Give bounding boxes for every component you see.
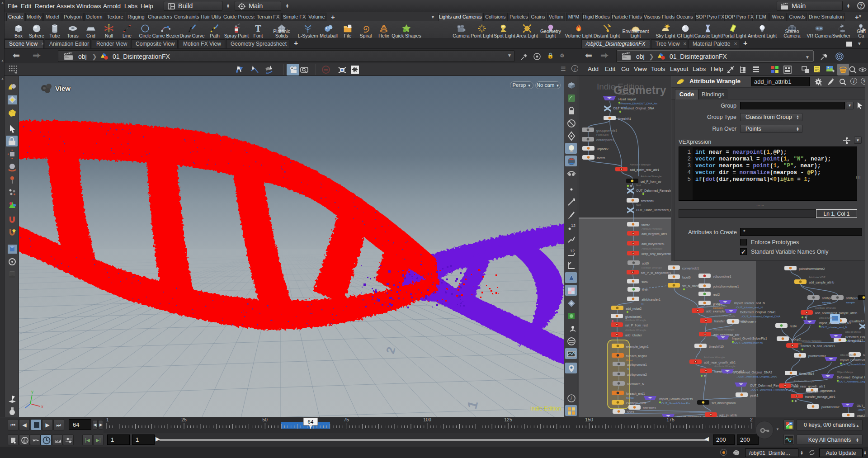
- svg-text:View: View: [55, 85, 71, 92]
- svg-text:Import_GrowthSolverPts2: Import_GrowthSolverPts2: [840, 359, 868, 362]
- svg-text:2: 2: [750, 417, 753, 422]
- svg-text:Import_GrowthSolverPts1: Import_GrowthSolverPts1: [732, 337, 767, 340]
- svg-text:Attribute Wrangle: Attribute Wrangle: [704, 356, 725, 359]
- svg-text:facet6: facet6: [682, 276, 691, 279]
- svg-text:rest4: rest4: [790, 325, 797, 328]
- svg-text:Import_GrowthSolverPts: Import_GrowthSolverPts: [659, 397, 693, 401]
- svg-text:example_begin1: example_begin1: [626, 345, 649, 349]
- svg-text:import_icluster_and_N1: import_icluster_and_N1: [819, 321, 851, 325]
- svg-text:Attribute Wrangle: Attribute Wrangle: [805, 390, 826, 393]
- svg-text:set_disintegration: set_disintegration: [712, 401, 736, 405]
- svg-text:pointdeform2: pointdeform2: [821, 406, 840, 409]
- svg-text:pointdeform1: pointdeform1: [808, 354, 826, 358]
- svg-text:extractpoint1: extractpoint1: [596, 138, 614, 142]
- svg-text:convertvdb1: convertvdb1: [682, 267, 699, 270]
- svg-text:peak1: peak1: [750, 394, 759, 397]
- svg-text:add_near_growth_attr1: add_near_growth_attr1: [704, 361, 736, 364]
- svg-text:rest2: rest2: [713, 293, 720, 296]
- svg-text:Attribute Wrangle: Attribute Wrangle: [713, 328, 735, 331]
- svg-text:Merge: Merge: [626, 396, 634, 399]
- svg-text:grouppromote1: grouppromote1: [596, 129, 617, 132]
- svg-text:100: 100: [423, 417, 431, 422]
- svg-text:../Preview_DNA/OUT_DNA_An: ../Preview_DNA/OUT_DNA_An: [618, 102, 658, 105]
- svg-text:add_icluster: add_icluster: [625, 334, 642, 337]
- svg-text:facet5: facet5: [597, 156, 605, 160]
- svg-text:Attribute Wrangle: Attribute Wrangle: [714, 365, 736, 368]
- svg-text:Null: Null: [636, 184, 641, 187]
- svg-text:pointsfromvolume1: pointsfromvolume1: [713, 285, 739, 288]
- svg-text:rest1: rest1: [642, 288, 649, 292]
- svg-text:Deformed_Original_DNA1: Deformed_Original_DNA1: [740, 311, 776, 314]
- svg-text:Attribute Wrangle: Attribute Wrangle: [815, 307, 836, 309]
- svg-text:timeshift12: timeshift12: [741, 321, 756, 324]
- svg-text:50: 50: [262, 417, 268, 422]
- svg-text:group2: group2: [791, 338, 801, 341]
- svg-text:set_P_to_barycenter1: set_P_to_barycenter1: [641, 271, 671, 275]
- svg-text:../OUT_Deformed_Remeshed_DNA: ../OUT_Deformed_Remeshed_DNA: [750, 388, 795, 391]
- svg-text:i: i: [571, 396, 572, 401]
- svg-text:example_end1: example_end1: [626, 401, 646, 405]
- svg-text:150: 150: [585, 417, 593, 422]
- svg-text:transfer_N_and_icluster1: transfer_N_and_icluster1: [801, 345, 835, 348]
- svg-text:add_near_growth_attr1: add_near_growth_attr1: [793, 385, 826, 388]
- svg-text:x: x: [41, 404, 43, 409]
- svg-text:Indie Edition: Indie Edition: [530, 406, 561, 412]
- svg-text:Null: Null: [636, 203, 641, 206]
- svg-text:y: y: [31, 389, 33, 394]
- svg-text:vdbcombine1: vdbcombine1: [713, 275, 731, 278]
- svg-text:add_barycenter1: add_barycenter1: [642, 242, 665, 246]
- svg-text:N: N: [627, 367, 629, 370]
- svg-text:Attribute Wrangle: Attribute Wrangle: [642, 227, 663, 230]
- svg-text:keep_only_barycenter1: keep_only_barycenter1: [642, 252, 674, 256]
- svg-text:N: N: [642, 302, 643, 305]
- svg-text:visualize10: visualize10: [849, 320, 864, 323]
- svg-text:Deformed_Original_Head1: Deformed_Original_Head1: [837, 376, 868, 379]
- svg-text:add_in_attrib: add_in_attrib: [719, 414, 737, 417]
- svg-text:add_sample_attrib: add_sample_attrib: [809, 281, 834, 284]
- svg-text:unpack2: unpack2: [597, 147, 609, 151]
- svg-text:Object Merge: Object Merge: [845, 331, 862, 333]
- svg-text:Attribute Wrangle: Attribute Wrangle: [625, 329, 646, 331]
- svg-text:../OUT_Animated_Original_DNA: ../OUT_Animated_Original_DNA: [837, 380, 868, 383]
- svg-text:attribpromote1: attribpromote1: [627, 363, 647, 367]
- svg-text:timeshift1: timeshift1: [618, 117, 631, 120]
- svg-text:sort2: sort2: [642, 280, 648, 283]
- svg-text:transfer_nonage_attr1: transfer_nonage_attr1: [805, 395, 835, 399]
- svg-text:timeshift14: timeshift14: [799, 372, 814, 375]
- svg-text:sort3: sort3: [627, 411, 634, 414]
- svg-text:sample: sample: [846, 301, 855, 304]
- svg-text:Attribute Wrangle: Attribute Wrangle: [625, 319, 646, 321]
- svg-text:gluecluster1: gluecluster1: [625, 315, 642, 319]
- svg-text:Point: Point: [626, 359, 632, 362]
- svg-text:Deformed_Original_DNA3: Deformed_Original_DNA3: [845, 335, 868, 339]
- svg-text:add0: add0: [642, 262, 649, 265]
- svg-text:125: 125: [504, 417, 512, 422]
- svg-text:25: 25: [181, 417, 187, 422]
- svg-text:normalize_N: normalize_N: [627, 382, 644, 386]
- svg-text:import_icluster_and_N: import_icluster_and_N: [734, 302, 765, 305]
- svg-text:OBJ_Animated_Original_DNA: OBJ_Animated_Original_DNA: [613, 107, 655, 110]
- svg-text:set_P_from_rest: set_P_from_rest: [625, 324, 648, 327]
- svg-text:12: 12: [571, 223, 576, 228]
- svg-text:Attribute Wrangle: Attribute Wrangle: [801, 340, 822, 342]
- svg-text:1: 1: [106, 417, 109, 422]
- svg-text:../OUT_GrowthSolverPts: ../OUT_GrowthSolverPts: [840, 363, 868, 366]
- svg-text:Object Merge: Object Merge: [819, 316, 835, 319]
- svg-text:../OUT_Animated_Original_DNA: ../OUT_Animated_Original_DNA: [736, 375, 777, 378]
- svg-text:add_eprim_rear_attr1: add_eprim_rear_attr1: [630, 168, 660, 172]
- svg-text:Point Split: Point Split: [596, 133, 609, 136]
- svg-text:timeshift17: timeshift17: [848, 339, 863, 342]
- svg-text:add_noise2: add_noise2: [626, 307, 642, 311]
- svg-text:12: 12: [570, 249, 575, 253]
- svg-text:foreach_begin1: foreach_begin1: [626, 354, 647, 358]
- svg-text:foreach_end1: foreach_end1: [626, 392, 645, 396]
- svg-text:Attribute Wrangle: Attribute Wrangle: [706, 305, 727, 307]
- svg-text:Attribute Wrangle: Attribute Wrangle: [630, 163, 651, 166]
- svg-text:attribpromote2: attribpromote2: [627, 373, 647, 377]
- svg-text:set_P_from_uv: set_P_from_uv: [641, 180, 661, 184]
- svg-text:Head_import: Head_import: [618, 98, 636, 101]
- svg-text:timeshift2: timeshift2: [641, 199, 654, 203]
- svg-text:175: 175: [666, 417, 675, 422]
- svg-text:attribtransfer1: attribtransfer1: [642, 298, 660, 301]
- svg-text:../OUT_Animated_Original_DNA: ../OUT_Animated_Original_DNA: [740, 315, 781, 318]
